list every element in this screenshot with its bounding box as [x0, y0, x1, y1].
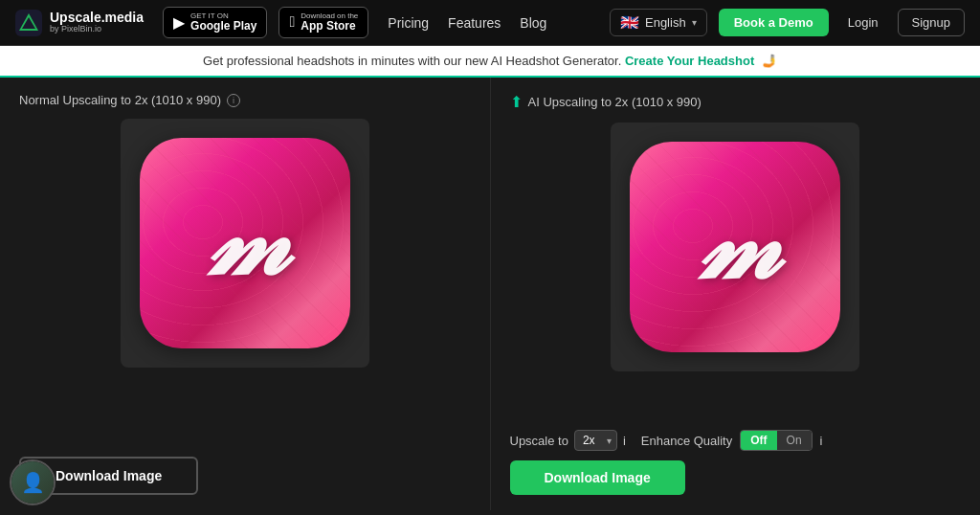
enhance-toggle[interactable]: Off On [740, 430, 812, 451]
avatar: 👤 [10, 459, 56, 505]
logo-icon [15, 10, 42, 36]
ai-upscale-panel: ⬆ AI Upscaling to 2x (1010 x 990) 𝓂 Upsc… [491, 78, 981, 510]
normal-upscale-panel: Normal Upscaling to 2x (1010 x 990) i 𝓂 … [0, 78, 491, 510]
info-icon-left[interactable]: i [227, 94, 240, 107]
google-play-button[interactable]: ▶ GET IT ON Google Play [163, 7, 267, 38]
flag-icon: 🇬🇧 [620, 13, 639, 32]
lang-label: English [645, 15, 686, 30]
google-play-icon: ▶ [173, 13, 185, 32]
logo-brand: Upscale.media [50, 11, 144, 25]
info-icon-upscale[interactable]: i [623, 434, 626, 448]
language-selector[interactable]: 🇬🇧 English ▾ [610, 9, 707, 36]
nav-features[interactable]: Features [448, 15, 501, 31]
signup-button[interactable]: Signup [898, 9, 965, 36]
app-store-button[interactable]:  Download on the App Store [278, 7, 368, 38]
right-download-button[interactable]: Download Image [510, 460, 685, 495]
header: Upscale.media by PixelBin.io ▶ GET IT ON… [0, 0, 980, 46]
banner-emoji: 🤳 [762, 54, 777, 68]
promo-banner: Get professional headshots in minutes wi… [0, 46, 980, 78]
upscale-to-label: Upscale to [510, 434, 568, 448]
ai-app-icon: 𝓂 [630, 142, 840, 352]
app-icon-letter: 𝓂 [208, 188, 281, 299]
ai-upscale-icon: ⬆ [510, 93, 523, 111]
nav: Pricing Features Blog [388, 15, 546, 31]
login-button[interactable]: Login [840, 11, 886, 34]
upscale-select-wrapper: 2x 4x 6x 8x [574, 430, 617, 451]
left-panel-bottom: Download Image [19, 457, 471, 495]
enhance-quality-control: Enhance Quality Off On i [641, 430, 823, 451]
banner-cta[interactable]: Create Your Headshot [625, 54, 754, 68]
avatar-image: 👤 [11, 461, 54, 504]
nav-blog[interactable]: Blog [520, 15, 546, 31]
right-panel-title: ⬆ AI Upscaling to 2x (1010 x 990) [510, 93, 702, 111]
apple-icon:  [289, 13, 295, 31]
left-panel-title: Normal Upscaling to 2x (1010 x 990) i [19, 93, 240, 107]
logo-sub: by PixelBin.io [50, 25, 144, 34]
chevron-down-icon: ▾ [692, 17, 697, 28]
toggle-on-option[interactable]: On [777, 431, 812, 450]
book-demo-button[interactable]: Book a Demo [719, 9, 829, 36]
info-icon-enhance[interactable]: i [820, 434, 823, 448]
ai-app-icon-letter: 𝓂 [699, 191, 772, 302]
banner-text: Get professional headshots in minutes wi… [203, 54, 621, 68]
enhance-quality-label: Enhance Quality [641, 434, 732, 448]
upscale-select[interactable]: 2x 4x 6x 8x [574, 430, 617, 451]
logo-text: Upscale.media by PixelBin.io [50, 11, 144, 34]
controls-row: Upscale to 2x 4x 6x 8x i Enhance Quality [510, 430, 823, 451]
main-content: Normal Upscaling to 2x (1010 x 990) i 𝓂 … [0, 78, 980, 510]
normal-image-container: 𝓂 [121, 119, 369, 368]
logo: Upscale.media by PixelBin.io [15, 10, 144, 36]
upscale-control: Upscale to 2x 4x 6x 8x i [510, 430, 626, 451]
nav-pricing[interactable]: Pricing [388, 15, 429, 31]
toggle-off-option[interactable]: Off [741, 431, 776, 450]
ai-image-container: 𝓂 [611, 123, 859, 371]
normal-app-icon: 𝓂 [140, 138, 350, 348]
right-panel-bottom: Upscale to 2x 4x 6x 8x i Enhance Quality [510, 430, 962, 495]
